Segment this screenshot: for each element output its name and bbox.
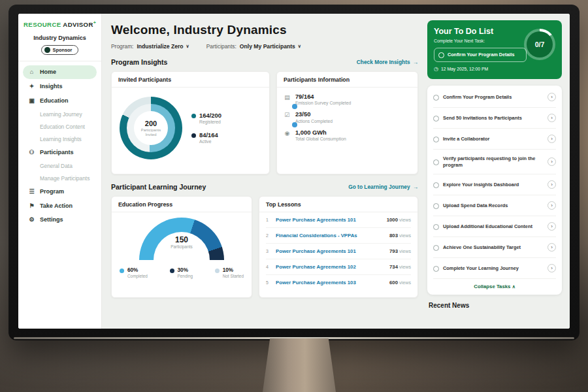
nav-label: Education Content bbox=[40, 123, 85, 130]
task-row[interactable]: Upload Additional Educational Content › bbox=[433, 216, 556, 237]
task-checkbox[interactable] bbox=[438, 52, 444, 58]
sidebar-header: RESOURCE ADVISOR+ Industry Dynamics Spon… bbox=[18, 20, 101, 61]
program-select-value: Industrialize Zero bbox=[137, 43, 183, 50]
chevron-right-icon[interactable]: › bbox=[547, 93, 556, 101]
monitor-stand bbox=[263, 338, 336, 392]
chevron-right-icon[interactable]: › bbox=[547, 222, 556, 231]
lesson-views: 734views bbox=[389, 264, 411, 270]
lesson-views: 803views bbox=[389, 233, 411, 238]
sidebar-item-program[interactable]: ☰ Program bbox=[23, 185, 97, 199]
lesson-link[interactable]: Power Purchase Agreements 101 bbox=[276, 217, 382, 223]
task-row[interactable]: Confirm Your Program Details › bbox=[433, 87, 556, 108]
task-checkbox[interactable] bbox=[433, 182, 439, 188]
sidebar-item-settings[interactable]: ⚙ Settings bbox=[23, 213, 97, 227]
content-area: Welcome, Industry Dynamics Program: Indu… bbox=[102, 14, 570, 329]
participants-filter: Participants: Only My Participants ∨ bbox=[206, 43, 301, 50]
chevron-right-icon[interactable]: › bbox=[547, 135, 556, 143]
legend-value: 164/200 bbox=[199, 112, 221, 119]
task-checkbox[interactable] bbox=[433, 203, 439, 209]
lesson-row: 1 Power Purchase Agreements 101 1000view… bbox=[266, 212, 411, 228]
sidebar-nav: ⌂ Home ✦ Insights ▣ Education Learning J… bbox=[18, 65, 101, 227]
go-to-learning-journey-link[interactable]: Go to Learning Journey → bbox=[348, 184, 418, 190]
sidebar-item-manage-participants[interactable]: Manage Participants bbox=[23, 172, 97, 184]
education-card-title: Education Progress bbox=[112, 197, 252, 212]
chevron-right-icon[interactable]: › bbox=[547, 264, 556, 272]
legend-label: Registered bbox=[199, 120, 221, 124]
lesson-link[interactable]: Power Purchase Agreements 103 bbox=[276, 280, 385, 286]
nav-label: Manage Participants bbox=[40, 175, 90, 182]
chevron-right-icon[interactable]: › bbox=[547, 201, 556, 210]
chevron-right-icon[interactable]: › bbox=[547, 157, 556, 166]
sidebar-item-take-action[interactable]: ⚑ Take Action bbox=[23, 199, 97, 213]
task-checkbox[interactable] bbox=[433, 137, 439, 142]
legend-label: Completed bbox=[127, 274, 148, 278]
go-to-learning-journey-label: Go to Learning Journey bbox=[348, 184, 410, 190]
task-row[interactable]: Send 50 Invitations to Participants › bbox=[433, 108, 556, 129]
program-filter: Program: Industrialize Zero ∨ bbox=[111, 43, 189, 50]
legend-item-not-started: 10% Not Started bbox=[215, 267, 244, 278]
invited-center-label: Participants Invited bbox=[137, 128, 165, 137]
task-row[interactable]: Explore Your Insights Dashboard › bbox=[433, 174, 556, 195]
task-row[interactable]: Invite a Collaborator › bbox=[433, 129, 556, 150]
chevron-right-icon[interactable]: › bbox=[547, 243, 556, 252]
check-more-insights-link[interactable]: Check More Insights → bbox=[357, 59, 418, 65]
lesson-rank: 3 bbox=[266, 249, 271, 253]
program-insights-header: Program Insights Check More Insights → bbox=[111, 58, 418, 66]
collapse-tasks-label: Collapse Tasks bbox=[474, 284, 510, 289]
nav-icon: ⌂ bbox=[28, 69, 35, 76]
legend-label: Pending bbox=[178, 274, 193, 278]
program-select[interactable]: Industrialize Zero ∨ bbox=[137, 43, 189, 50]
legend-label: Active bbox=[199, 139, 218, 144]
sidebar: RESOURCE ADVISOR+ Industry Dynamics Spon… bbox=[18, 14, 102, 329]
sidebar-item-general-data[interactable]: General Data bbox=[23, 160, 97, 172]
sidebar-item-home[interactable]: ⌂ Home bbox=[23, 65, 97, 79]
education-center-value: 150 bbox=[139, 236, 224, 244]
sponsor-badge-label: Sponsor bbox=[53, 47, 73, 53]
sidebar-item-participants[interactable]: ⚇ Participants bbox=[23, 146, 97, 159]
task-checkbox[interactable] bbox=[433, 245, 439, 251]
chevron-right-icon[interactable]: › bbox=[547, 180, 556, 189]
education-gauge-center: 150 Participants bbox=[139, 236, 224, 249]
logo-plus: + bbox=[93, 20, 97, 25]
top-lessons-card: Top Lessons 1 Power Purchase Agreements … bbox=[259, 196, 418, 298]
task-checkbox[interactable] bbox=[433, 224, 439, 230]
task-label: Upload Spend Data Records bbox=[443, 203, 544, 209]
task-row[interactable]: Upload Spend Data Records › bbox=[433, 195, 556, 216]
chevron-right-icon[interactable]: › bbox=[547, 114, 556, 122]
sidebar-item-insights[interactable]: ✦ Insights bbox=[23, 80, 97, 93]
lesson-row: 5 Power Purchase Agreements 103 600views bbox=[266, 275, 411, 290]
task-checkbox[interactable] bbox=[433, 116, 439, 122]
lesson-link[interactable]: Financial Considerations - VPPAs bbox=[276, 233, 385, 238]
sidebar-item-learning-journey[interactable]: Learning Journey bbox=[23, 108, 97, 120]
legend-dot-icon bbox=[191, 133, 196, 138]
task-label: Send 50 Invitations to Participants bbox=[443, 115, 544, 122]
lesson-link[interactable]: Power Purchase Agreements 102 bbox=[276, 264, 385, 270]
learning-journey-title: Participant Learning Journey bbox=[111, 183, 206, 191]
participants-select[interactable]: Only My Participants ∨ bbox=[240, 43, 301, 50]
lesson-link[interactable]: Power Purchase Agreements 101 bbox=[276, 248, 385, 254]
stat-icon: ▤ bbox=[284, 94, 291, 105]
task-row[interactable]: Achieve One Sustainability Target › bbox=[433, 237, 556, 258]
education-gauge-wrap: 150 Participants bbox=[139, 218, 224, 261]
task-row[interactable]: Verify participants requesting to join t… bbox=[433, 150, 556, 174]
todo-panel: Your To Do List Complete Your Next Task:… bbox=[425, 14, 570, 329]
task-row[interactable]: Complete Your Learning Journey › bbox=[433, 258, 556, 279]
lesson-row: 2 Financial Considerations - VPPAs 803vi… bbox=[266, 228, 411, 244]
sidebar-item-education[interactable]: ▣ Education bbox=[23, 94, 97, 108]
sidebar-item-education-content[interactable]: Education Content bbox=[23, 121, 97, 133]
lesson-rank: 4 bbox=[266, 265, 271, 269]
legend-item-registered: 164/200 Registered bbox=[191, 112, 221, 124]
invited-participants-card: Invited Participants 200 Participants In… bbox=[111, 71, 270, 174]
education-center-label: Participants bbox=[139, 244, 224, 249]
next-task-box[interactable]: Confirm Your Program Details bbox=[434, 48, 527, 62]
legend-value: 30% bbox=[178, 267, 193, 273]
todo-progress-text: 0/7 bbox=[535, 41, 545, 48]
lesson-views-number: 1000 bbox=[387, 217, 398, 223]
collapse-tasks-link[interactable]: Collapse Tasks ∧ bbox=[433, 279, 556, 293]
task-checkbox[interactable] bbox=[433, 159, 439, 165]
invited-card-body: 200 Participants Invited bbox=[112, 88, 269, 169]
task-checkbox[interactable] bbox=[433, 266, 439, 272]
sidebar-item-learning-insights[interactable]: Learning Insights bbox=[23, 133, 97, 145]
monitor-bezel: RESOURCE ADVISOR+ Industry Dynamics Spon… bbox=[8, 5, 580, 340]
task-checkbox[interactable] bbox=[433, 95, 439, 101]
